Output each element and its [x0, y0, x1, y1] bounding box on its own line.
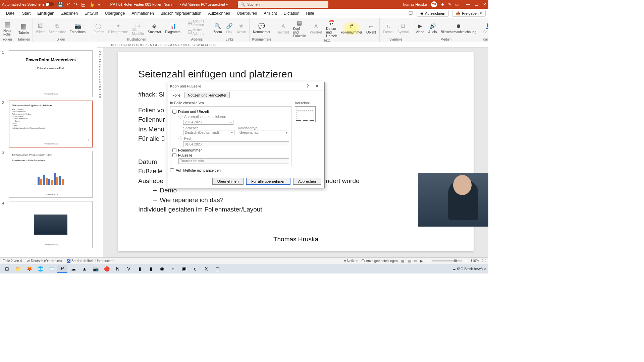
ribbon-options-icon[interactable]: ▭ [455, 2, 459, 7]
tab-einfuegen[interactable]: Einfügen [34, 9, 58, 18]
icons-button[interactable]: ✦Piktogramme [106, 22, 130, 35]
explorer-icon[interactable]: 📁 [13, 265, 23, 273]
new-slide-button[interactable]: ▦Neue Folie [1, 19, 13, 37]
dialog-close-icon[interactable]: ✕ [312, 84, 322, 88]
my-addins-button[interactable]: ⊡Meine Add-Ins [185, 27, 208, 36]
autosave-toggle[interactable]: Automatisches Speichern [2, 2, 54, 6]
audio-button[interactable]: 🔊Audio [426, 22, 439, 35]
footer-checkbox[interactable]: Fußzeile [172, 153, 289, 157]
minimize-icon[interactable]: — [466, 2, 470, 7]
app3-icon[interactable]: 🔴 [102, 265, 112, 273]
footer-text-input[interactable] [178, 158, 289, 164]
start-icon[interactable]: ▤ [81, 2, 86, 7]
comment-button[interactable]: 💬Kommentar [251, 22, 272, 35]
symbol-button[interactable]: ΩSymbol [395, 22, 411, 35]
chrome-icon[interactable]: 🌐 [35, 265, 45, 273]
normal-view-icon[interactable]: ▦ [401, 259, 404, 263]
cancel-button[interactable]: Abbrechen [293, 178, 321, 185]
apply-all-button[interactable]: Für alle übernehmen [246, 178, 290, 185]
auto-date-dropdown[interactable]: 20.04.2023▾ [183, 120, 233, 125]
thumbnail-2[interactable]: 2 Seitenzahl einfügen und platzieren #ha… [3, 101, 94, 147]
dialog-help-icon[interactable]: ? [303, 84, 312, 88]
user-avatar[interactable]: TH [431, 1, 437, 7]
app4-icon[interactable]: ▮ [135, 265, 145, 273]
app-icon[interactable]: ☁ [68, 265, 78, 273]
table-button[interactable]: ▦Tabelle [16, 21, 31, 35]
outlook-icon[interactable]: 📨 [46, 265, 56, 273]
zoom-out-icon[interactable]: − [426, 259, 428, 263]
thumbnail-4[interactable]: 4 Thomas Hruska [3, 201, 94, 248]
video-button[interactable]: ▶Video [414, 22, 426, 35]
images-button[interactable]: 🖼Bilder [34, 22, 47, 35]
app6-icon[interactable]: ○ [168, 265, 178, 273]
apply-button[interactable]: Übernehmen [212, 178, 244, 185]
obs-icon[interactable]: ◉ [157, 265, 167, 273]
search-box[interactable]: 🔍 Suchen [238, 1, 328, 8]
chart-button[interactable]: 📊Diagramm [163, 22, 182, 35]
fit-window-icon[interactable]: ⛶ [482, 259, 486, 263]
wordart-button[interactable]: AWordArt [308, 22, 324, 35]
tab-hilfe[interactable]: Hilfe [303, 9, 317, 18]
app7-icon[interactable]: ▣ [179, 265, 189, 273]
dialog-tab-folie[interactable]: Folie [169, 92, 184, 98]
tab-uebergaenge[interactable]: Übergänge [102, 9, 128, 18]
firefox-icon[interactable]: 🦊 [24, 265, 34, 273]
textbox-button[interactable]: ATextfeld [275, 22, 291, 35]
app8-icon[interactable]: ▢ [212, 265, 222, 273]
action-button[interactable]: ★Aktion [235, 22, 248, 35]
cameo-button[interactable]: 👤Cameo [481, 22, 488, 35]
equation-button[interactable]: πFormel [381, 22, 395, 35]
onenote-icon[interactable]: N [113, 265, 123, 273]
date-time-checkbox[interactable]: Datum und Uhrzeit [172, 110, 289, 114]
smartart-button[interactable]: ⬙SmartArt [146, 22, 163, 35]
date-time-button[interactable]: 📅Datum und Uhrzeit [324, 19, 339, 39]
reading-view-icon[interactable]: ▭ [414, 259, 417, 263]
weather-widget[interactable]: ☁ 6°C Stark bewölkt [452, 267, 486, 271]
zoom-level[interactable]: 110% [470, 259, 479, 263]
sorter-view-icon[interactable]: ▤ [408, 259, 411, 263]
get-addins-button[interactable]: ⊞Add-Ins abrufen [185, 19, 208, 27]
tab-aufzeichnen[interactable]: Aufzeichnen [205, 9, 233, 18]
edge-icon[interactable]: e [190, 265, 200, 273]
language-status[interactable]: 🖳 Deutsch (Österreich) [26, 259, 62, 263]
tab-animationen[interactable]: Animationen [128, 9, 157, 18]
saved-location[interactable]: • Auf "diesem PC" gespeichert ▾ [180, 3, 228, 6]
powerpoint-icon[interactable]: P [57, 265, 67, 273]
tab-ansicht[interactable]: Ansicht [260, 9, 280, 18]
tab-dictation[interactable]: Dictation [280, 9, 303, 18]
photoalbum-button[interactable]: 📷Fotoalbum [68, 22, 88, 35]
hide-title-slide-checkbox[interactable]: Auf Titelfolie nicht anzeigen [170, 168, 291, 172]
touch-icon[interactable]: 👆 [89, 2, 95, 7]
slide-title[interactable]: Seitenzahl einfügen und platzieren [138, 68, 453, 80]
record-button[interactable]: ◉ Aufzeichnen [417, 10, 449, 17]
fixed-date-input[interactable] [183, 141, 289, 147]
accessibility-status[interactable]: ♿ Barrierefreiheit: Untersuchen [66, 259, 114, 263]
tab-bildschirm[interactable]: Bildschirmpräsentation [157, 9, 205, 18]
thumbnail-1[interactable]: 1 PowerPoint Masterclass Präsentieren wi… [3, 50, 94, 97]
zoom-slider[interactable] [432, 260, 462, 261]
comments-icon[interactable]: 💬 [409, 11, 413, 15]
tab-datei[interactable]: Datei [3, 9, 19, 18]
slide-number-checkbox[interactable]: Foliennummer [172, 148, 289, 152]
zoom-in-icon[interactable]: + [465, 259, 467, 263]
header-footer-button[interactable]: ▤Kopf- und Fußzeile [291, 19, 308, 39]
start-menu-icon[interactable]: ⊞ [2, 265, 12, 273]
3d-button[interactable]: ⬚3D-Modelle [130, 20, 146, 36]
thumbnail-3[interactable]: 3 2 einfache Achsen (Primär, sekundär) n… [3, 151, 94, 198]
screenshot-button[interactable]: ⧉Screenshot [47, 22, 68, 35]
auto-update-radio[interactable]: Automatisch aktualisieren [178, 115, 289, 119]
fixed-radio[interactable]: Fest [178, 136, 289, 140]
vscode-icon[interactable]: V [124, 265, 134, 273]
dialog-tab-notizen[interactable]: Notizen und Handzettel [184, 92, 230, 98]
maximize-icon[interactable]: ☐ [475, 2, 478, 7]
display-settings-button[interactable]: 🖵 Anzeigeeinstellungen [362, 259, 397, 263]
calendar-dropdown[interactable]: Gregorianisch▾ [238, 130, 289, 135]
app5-icon[interactable]: ▮ [146, 265, 156, 273]
compact-icon[interactable]: ⊕ [441, 2, 444, 7]
vlc-icon[interactable]: ▲ [79, 265, 90, 273]
undo-icon[interactable]: ↶ [66, 2, 70, 7]
app2-icon[interactable]: 📷 [91, 265, 101, 273]
slide-number-button[interactable]: #Foliennummer [339, 22, 364, 35]
zoom-button[interactable]: 🔍Zoom [211, 22, 224, 35]
tab-zeichnen[interactable]: Zeichnen [58, 9, 81, 18]
